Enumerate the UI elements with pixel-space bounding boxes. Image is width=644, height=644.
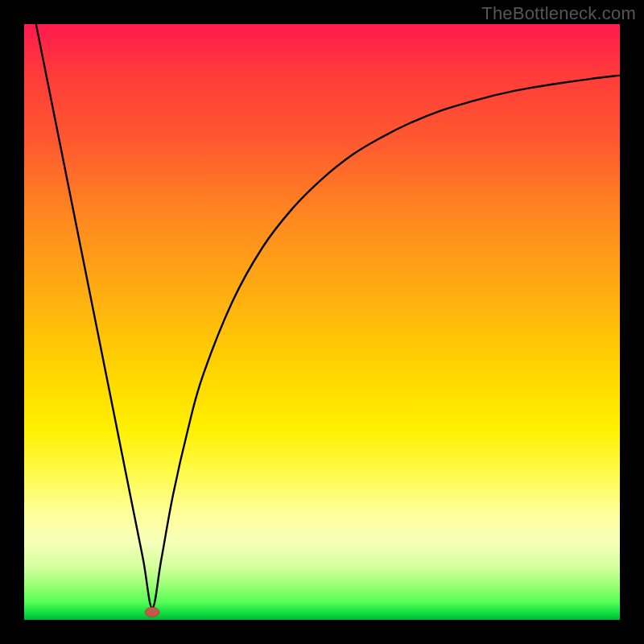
bottleneck-curve — [36, 24, 620, 608]
plot-svg — [24, 24, 620, 620]
chart-frame: TheBottleneck.com — [0, 0, 644, 644]
watermark-text: TheBottleneck.com — [481, 3, 636, 24]
min-marker — [145, 607, 159, 617]
plot-area — [24, 24, 620, 620]
